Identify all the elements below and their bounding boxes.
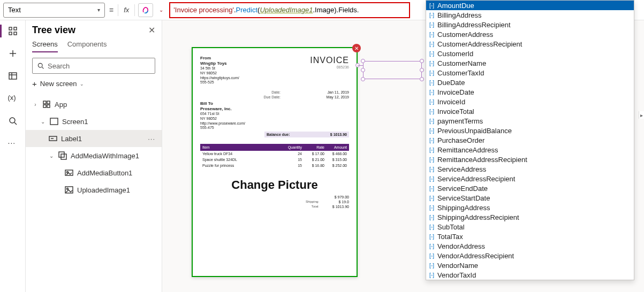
resize-handle[interactable] xyxy=(420,59,424,63)
invoice-table-row: Yellow truck DF3424$ 17.00$ 468.00 xyxy=(200,151,349,157)
autocomplete-item[interactable]: [◦]VendorName xyxy=(426,260,634,270)
tree-node-label: AddMediaWithImage1 xyxy=(71,152,139,160)
rail-more-icon[interactable]: ··· xyxy=(7,138,18,149)
caret-down-icon: ⌄ xyxy=(48,153,55,159)
property-selector[interactable]: Text ▾ xyxy=(3,3,105,18)
label-icon xyxy=(48,134,58,143)
label-selection-box[interactable] xyxy=(363,61,422,79)
media-group-icon xyxy=(58,151,67,160)
formula-identifier: UploadedImage1 xyxy=(260,6,313,14)
field-icon: [◦] xyxy=(429,3,434,9)
autocomplete-item[interactable]: [◦]SubTotal xyxy=(426,222,634,232)
autocomplete-item[interactable]: [◦]InvoiceId xyxy=(426,97,634,106)
svg-rect-0 xyxy=(9,27,12,30)
svg-rect-14 xyxy=(47,101,50,104)
screen-icon xyxy=(49,117,59,126)
autocomplete-item[interactable]: [◦]paymentTerms xyxy=(426,116,634,126)
divider xyxy=(118,4,118,16)
invoice-from: From Wingtip Toys 34 5th St NY 98052 htt… xyxy=(200,56,239,85)
resize-handle[interactable] xyxy=(361,68,365,72)
tab-components[interactable]: Components xyxy=(67,40,107,52)
rail-search-icon[interactable] xyxy=(7,116,18,126)
autocomplete-item[interactable]: [◦]InvoiceTotal xyxy=(426,106,634,116)
invoice-table-header: Item Quantity Rate Amount xyxy=(200,144,349,151)
autocomplete-item[interactable]: [◦]BillingAddress xyxy=(426,10,634,20)
autocomplete-item[interactable]: [◦]ServiceAddress xyxy=(426,164,634,174)
fx-icon[interactable]: fx xyxy=(122,6,131,14)
change-picture-label[interactable]: Change Picture xyxy=(200,178,349,192)
more-icon[interactable]: ··· xyxy=(148,135,155,143)
autocomplete-item[interactable]: [◦]CustomerName xyxy=(426,58,634,68)
invoice-table-row: Puzzle for princess15$ 16.80$ 252.00 xyxy=(200,163,349,168)
selection-frame xyxy=(363,61,422,79)
resize-handle[interactable] xyxy=(420,77,424,81)
uploaded-image-preview[interactable]: ✕ From Wingtip Toys 34 5th St NY 98052 h… xyxy=(192,47,358,277)
tree-node-label: UploadedImage1 xyxy=(77,186,130,194)
autocomplete-item[interactable]: [◦]CustomerAddressRecipient xyxy=(426,39,634,49)
tree-node-label1[interactable]: Label1 ··· xyxy=(26,130,162,147)
selection-connector xyxy=(358,65,363,66)
autocomplete-item[interactable]: [◦]RemittanceAddressRecipient xyxy=(426,155,634,164)
media-button-icon xyxy=(64,168,74,178)
autocomplete-item[interactable]: [◦]TotalTax xyxy=(426,232,634,241)
autocomplete-item[interactable]: [◦]AmountDue xyxy=(426,1,634,10)
tab-screens[interactable]: Screens xyxy=(32,40,58,52)
field-icon: [◦] xyxy=(429,60,434,66)
tree-node-addmediabutton[interactable]: AddMediaButton1 xyxy=(32,164,155,181)
tree-node-addmedia[interactable]: ⌄ AddMediaWithImage1 xyxy=(32,147,155,164)
autocomplete-item[interactable]: [◦]InvoiceDate xyxy=(426,87,634,97)
new-screen-label: New screen xyxy=(40,80,77,88)
copilot-button[interactable] xyxy=(138,3,153,17)
resize-handle[interactable] xyxy=(361,77,365,81)
delete-badge-icon[interactable]: ✕ xyxy=(352,44,361,52)
tree-node-app[interactable]: › App xyxy=(32,96,155,113)
invoice-dates: Date:Jan 11, 2019 Due Date:May 12, 2019 xyxy=(200,90,349,99)
autocomplete-item[interactable]: [◦]ServiceEndDate xyxy=(426,183,634,193)
autocomplete-item[interactable]: [◦]PreviousUnpaidBalance xyxy=(426,126,634,135)
autocomplete-item[interactable]: [◦]CustomerAddress xyxy=(426,29,634,39)
autocomplete-item[interactable]: [◦]PurchaseOrder xyxy=(426,135,634,145)
invoice-balance: Balance due:$ 1013.90 xyxy=(264,132,349,137)
autocomplete-item[interactable]: [◦]VendorAddressRecipient xyxy=(426,251,634,260)
search-input[interactable]: Search xyxy=(32,58,155,74)
tree-node-uploadedimage[interactable]: UploadedImage1 xyxy=(32,181,155,198)
copilot-dropdown[interactable]: ⌄ xyxy=(156,3,166,17)
resize-handle[interactable] xyxy=(420,68,424,72)
properties-pane-edge[interactable]: ▸ xyxy=(639,111,644,119)
autocomplete-item[interactable]: [◦]ShippingAddress xyxy=(426,203,634,212)
autocomplete-item[interactable]: [◦]CustomerTaxId xyxy=(426,68,634,78)
field-icon: [◦] xyxy=(429,272,434,278)
close-icon[interactable]: ✕ xyxy=(148,25,155,35)
svg-point-9 xyxy=(10,118,15,123)
field-icon: [◦] xyxy=(429,195,434,201)
search-placeholder: Search xyxy=(48,62,70,70)
autocomplete-item[interactable]: [◦]VendorAddress xyxy=(426,241,634,251)
field-icon: [◦] xyxy=(429,263,434,268)
field-icon: [◦] xyxy=(429,166,434,172)
autocomplete-item[interactable]: [◦]RemittanceAddress xyxy=(426,145,634,155)
invoice-table-row: Space shuttle 324DL15$ 21.00$ 315.00 xyxy=(200,157,349,163)
rail-insert-icon[interactable] xyxy=(7,48,18,59)
field-icon: [◦] xyxy=(429,32,434,37)
autocomplete-item[interactable]: [◦]CustomerId xyxy=(426,49,634,58)
autocomplete-item[interactable]: [◦]VendorTaxId xyxy=(426,270,634,280)
tree-node-label: AddMediaButton1 xyxy=(77,169,132,177)
resize-handle[interactable] xyxy=(361,59,365,63)
field-icon: [◦] xyxy=(429,243,434,249)
autocomplete-item[interactable]: [◦]ServiceAddressRecipient xyxy=(426,174,634,183)
formula-input[interactable]: 'Invoice processing'.Predict(UploadedIma… xyxy=(169,2,410,18)
svg-rect-15 xyxy=(43,105,46,107)
autocomplete-item[interactable]: [◦]DueDate xyxy=(426,78,634,87)
tree-node-label: Label1 xyxy=(61,135,82,143)
rail-tree-view-icon[interactable] xyxy=(7,26,18,36)
formula-autocomplete[interactable]: [◦]AmountDue[◦]BillingAddress[◦]BillingA… xyxy=(426,0,634,280)
tree-node-screen1[interactable]: ⌄ Screen1 xyxy=(32,113,155,130)
autocomplete-item[interactable]: [◦]ShippingAddressRecipient xyxy=(426,212,634,222)
autocomplete-item[interactable]: [◦]BillingAddressRecipient xyxy=(426,20,634,29)
formula-string: 'Invoice processing' xyxy=(173,6,234,14)
rail-data-icon[interactable] xyxy=(7,71,18,81)
rail-variables-icon[interactable]: (x) xyxy=(7,93,18,104)
autocomplete-item[interactable]: [◦]ServiceStartDate xyxy=(426,193,634,203)
caret-down-icon: ⌄ xyxy=(40,119,46,125)
new-screen-button[interactable]: + New screen ⌄ xyxy=(32,79,155,88)
